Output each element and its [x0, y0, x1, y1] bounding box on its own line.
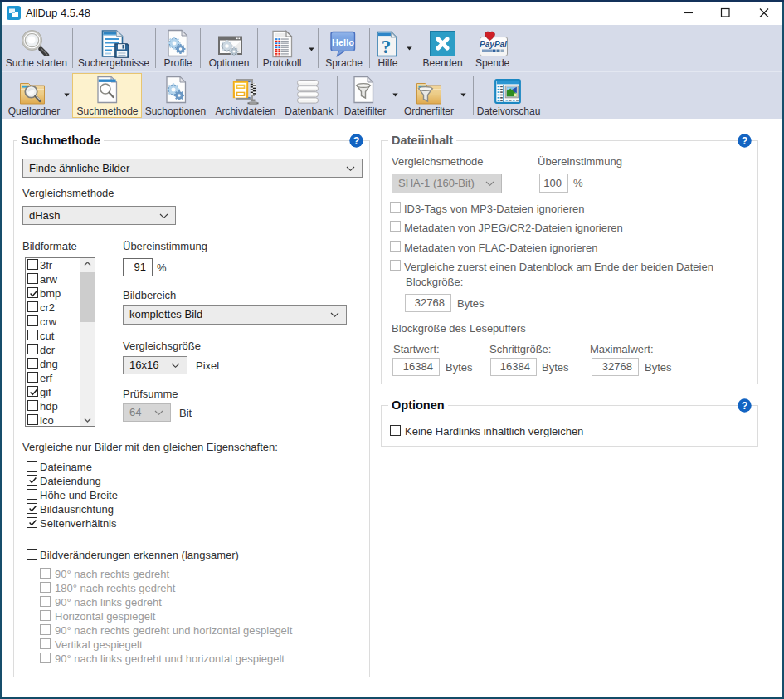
svg-text:?: ? — [741, 135, 747, 147]
svg-text:Hello: Hello — [332, 37, 354, 47]
svg-text:PayPal: PayPal — [480, 40, 507, 49]
svg-text:?: ? — [382, 36, 392, 56]
svg-text:?: ? — [353, 135, 359, 147]
svg-text:?: ? — [741, 400, 747, 412]
